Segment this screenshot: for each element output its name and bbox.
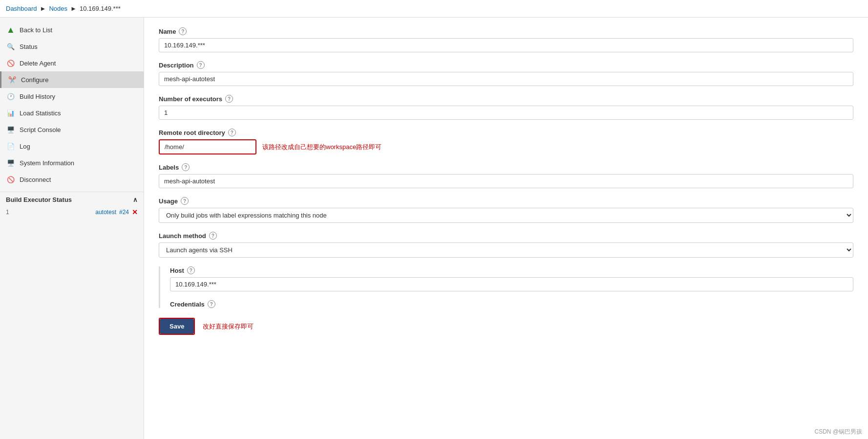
- usage-select[interactable]: Only build jobs with label expressions m…: [159, 208, 853, 223]
- topbar: Dashboard ► Nodes ► 10.169.149.***: [0, 0, 868, 18]
- remote-root-label: Remote root directory ?: [159, 129, 853, 136]
- sidebar-item-label: Status: [20, 43, 38, 50]
- disconnect-icon: 🚫: [6, 175, 16, 184]
- host-label: Host ?: [170, 266, 853, 274]
- save-annotation: 改好直接保存即可: [203, 322, 254, 331]
- clock-icon: 🕐: [6, 91, 16, 101]
- save-button-wrapper: Save: [159, 318, 195, 335]
- host-input[interactable]: [170, 277, 853, 291]
- launch-method-select[interactable]: Launch agents via SSH Launch agent via e…: [159, 242, 853, 258]
- credentials-label: Credentials ?: [170, 300, 853, 308]
- indented-ssh-section: Host ? Credentials ?: [159, 266, 853, 308]
- sidebar-item-label: Back to List: [20, 26, 52, 34]
- description-field-group: Description ?: [159, 61, 853, 86]
- executor-row: 1 autotest #24 ✕: [6, 207, 138, 217]
- breadcrumb-ip: 10.169.149.***: [80, 5, 121, 12]
- launch-method-field-group: Launch method ? Launch agents via SSH La…: [159, 232, 853, 258]
- sidebar-item-log[interactable]: 📄 Log: [0, 138, 144, 154]
- breadcrumb-nodes[interactable]: Nodes: [49, 5, 67, 12]
- executors-label: Number of executors ?: [159, 95, 853, 103]
- usage-help-icon[interactable]: ?: [181, 197, 189, 205]
- executor-job-link[interactable]: autotest: [95, 209, 116, 216]
- name-label: Name ?: [159, 27, 853, 35]
- doc-icon: 📄: [6, 141, 16, 151]
- launch-method-help-icon[interactable]: ?: [209, 232, 217, 240]
- collapse-icon[interactable]: ∧: [133, 196, 138, 203]
- watermark: CSDN @锅巴男孩: [814, 428, 862, 436]
- sidebar-item-label: Script Console: [20, 126, 61, 133]
- search-icon: 🔍: [6, 42, 16, 51]
- info-monitor-icon: 🖥️: [6, 158, 16, 168]
- executors-help-icon[interactable]: ?: [225, 95, 233, 103]
- remote-root-field-group: Remote root directory ? 该路径改成自己想要的worksp…: [159, 129, 853, 154]
- sidebar-item-status[interactable]: 🔍 Status: [0, 38, 144, 55]
- credentials-field-group: Credentials ?: [170, 300, 853, 308]
- sidebar-item-build-history[interactable]: 🕐 Build History: [0, 88, 144, 105]
- main-content: Name ? Description ? Number of executors…: [144, 18, 868, 439]
- sidebar-item-load-statistics[interactable]: 📊 Load Statistics: [0, 105, 144, 121]
- host-field-group: Host ?: [170, 266, 853, 291]
- executors-input[interactable]: [159, 106, 853, 120]
- sidebar-item-disconnect[interactable]: 🚫 Disconnect: [0, 171, 144, 188]
- breadcrumb-dashboard[interactable]: Dashboard: [6, 5, 37, 12]
- executor-build-link[interactable]: #24: [119, 209, 129, 216]
- no-entry-icon: 🚫: [6, 58, 16, 68]
- breadcrumb-sep2: ►: [70, 5, 77, 12]
- description-input[interactable]: [159, 72, 853, 86]
- host-help-icon[interactable]: ?: [187, 266, 195, 274]
- wrench-icon: ✂️: [7, 75, 17, 85]
- save-button[interactable]: Save: [160, 319, 194, 334]
- remote-root-help-icon[interactable]: ?: [228, 129, 236, 136]
- back-arrow-icon: ▲: [6, 25, 16, 35]
- name-input[interactable]: [159, 38, 853, 52]
- sidebar-item-label: Log: [20, 143, 30, 150]
- labels-label: Labels ?: [159, 163, 853, 171]
- sidebar: ▲ Back to List 🔍 Status 🚫 Delete Agent ✂…: [0, 18, 144, 439]
- remote-root-input[interactable]: [159, 139, 256, 154]
- sidebar-item-label: System Information: [20, 159, 74, 167]
- remote-root-container: 该路径改成自己想要的workspace路径即可: [159, 139, 853, 154]
- monitor-icon: 🖥️: [6, 125, 16, 134]
- description-help-icon[interactable]: ?: [197, 61, 205, 69]
- usage-field-group: Usage ? Only build jobs with label expre…: [159, 197, 853, 223]
- labels-field-group: Labels ?: [159, 163, 853, 188]
- sidebar-item-label: Disconnect: [20, 176, 51, 183]
- description-label: Description ?: [159, 61, 853, 69]
- sidebar-item-back-to-list[interactable]: ▲ Back to List: [0, 22, 144, 38]
- labels-input[interactable]: [159, 174, 853, 188]
- sidebar-item-label: Configure: [21, 76, 48, 84]
- name-help-icon[interactable]: ?: [179, 27, 187, 35]
- executor-num: 1: [6, 209, 12, 216]
- build-executor-title: Build Executor Status: [6, 196, 72, 203]
- sidebar-item-configure[interactable]: ✂️ Configure: [0, 71, 144, 88]
- sidebar-item-delete-agent[interactable]: 🚫 Delete Agent: [0, 55, 144, 71]
- remote-root-annotation: 该路径改成自己想要的workspace路径即可: [262, 143, 381, 152]
- sidebar-item-system-information[interactable]: 🖥️ System Information: [0, 154, 144, 171]
- credentials-help-icon[interactable]: ?: [208, 300, 215, 308]
- sidebar-item-label: Build History: [20, 93, 55, 100]
- build-executor-section: Build Executor Status ∧ 1 autotest #24 ✕: [0, 192, 144, 221]
- save-area: Save 改好直接保存即可: [159, 318, 853, 350]
- chart-icon: 📊: [6, 108, 16, 118]
- sidebar-item-label: Delete Agent: [20, 60, 56, 67]
- executors-field-group: Number of executors ?: [159, 95, 853, 120]
- labels-help-icon[interactable]: ?: [182, 163, 190, 171]
- sidebar-item-label: Load Statistics: [20, 110, 61, 117]
- breadcrumb-sep1: ►: [40, 5, 46, 12]
- usage-label: Usage ?: [159, 197, 853, 205]
- build-executor-header: Build Executor Status ∧: [6, 196, 138, 203]
- name-field-group: Name ?: [159, 27, 853, 52]
- executor-cancel-icon[interactable]: ✕: [132, 208, 138, 216]
- launch-method-label: Launch method ?: [159, 232, 853, 240]
- sidebar-item-script-console[interactable]: 🖥️ Script Console: [0, 121, 144, 138]
